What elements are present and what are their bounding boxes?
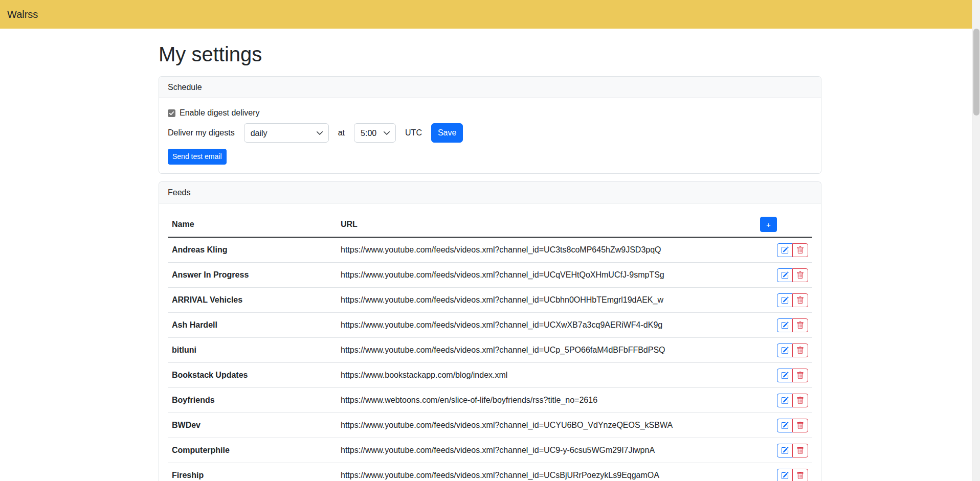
table-row: Andreas Kling https://www.youtube.com/fe… bbox=[168, 237, 812, 263]
edit-feed-button[interactable] bbox=[777, 293, 793, 307]
delete-feed-button[interactable] bbox=[792, 293, 808, 307]
feed-name: Fireship bbox=[168, 463, 337, 481]
delete-feed-button[interactable] bbox=[792, 419, 808, 432]
table-row: Computerphile https://www.youtube.com/fe… bbox=[168, 438, 812, 463]
brand-link[interactable]: Walrss bbox=[7, 7, 38, 22]
at-label: at bbox=[338, 127, 345, 139]
pencil-square-icon bbox=[781, 447, 789, 454]
table-row: Boyfriends https://www.webtoons.com/en/s… bbox=[168, 388, 812, 413]
trash-icon bbox=[796, 422, 804, 429]
feed-url: https://www.youtube.com/feeds/videos.xml… bbox=[337, 413, 756, 438]
schedule-card: Schedule Enable digest delivery Deliver … bbox=[159, 76, 821, 174]
delete-feed-button[interactable] bbox=[792, 369, 808, 382]
feed-name: Boyfriends bbox=[168, 388, 337, 413]
feed-actions bbox=[756, 237, 812, 263]
edit-feed-button[interactable] bbox=[777, 268, 793, 282]
feed-name: ARRIVAL Vehicles bbox=[168, 288, 337, 313]
feed-actions-group bbox=[777, 318, 808, 332]
feed-name: bitluni bbox=[168, 338, 337, 363]
feed-actions-group bbox=[777, 343, 808, 357]
scrollbar-track[interactable] bbox=[972, 0, 980, 481]
feeds-card-header: Feeds bbox=[159, 182, 821, 203]
trash-icon bbox=[796, 447, 804, 454]
pencil-square-icon bbox=[781, 322, 789, 329]
main-container: My settings Schedule Enable digest deliv… bbox=[159, 39, 821, 481]
enable-digest-row: Enable digest delivery bbox=[168, 107, 812, 119]
edit-feed-button[interactable] bbox=[777, 469, 793, 481]
enable-digest-label[interactable]: Enable digest delivery bbox=[180, 107, 260, 119]
feed-actions bbox=[756, 313, 812, 338]
table-row: BWDev https://www.youtube.com/feeds/vide… bbox=[168, 413, 812, 438]
delete-feed-button[interactable] bbox=[792, 469, 808, 481]
trash-icon bbox=[796, 271, 804, 279]
feed-url: https://www.youtube.com/feeds/videos.xml… bbox=[337, 237, 756, 263]
feed-actions bbox=[756, 388, 812, 413]
enable-digest-checkbox[interactable] bbox=[168, 109, 175, 117]
pencil-square-icon bbox=[781, 246, 789, 254]
table-row: Bookstack Updates https://www.bookstacka… bbox=[168, 363, 812, 388]
trash-icon bbox=[796, 296, 804, 304]
edit-feed-button[interactable] bbox=[777, 394, 793, 407]
trash-icon bbox=[796, 472, 804, 479]
feed-url: https://www.bookstackapp.com/blog/index.… bbox=[337, 363, 756, 388]
table-row: Ash Hardell https://www.youtube.com/feed… bbox=[168, 313, 812, 338]
delete-feed-button[interactable] bbox=[792, 444, 808, 457]
feeds-card-body: Name URL + Andreas Kling https://www.you… bbox=[159, 203, 821, 481]
deliver-label: Deliver my digests bbox=[168, 127, 235, 139]
feed-actions-group bbox=[777, 469, 808, 481]
top-navbar: Walrss bbox=[0, 0, 980, 29]
edit-feed-button[interactable] bbox=[777, 369, 793, 382]
table-row: Fireship https://www.youtube.com/feeds/v… bbox=[168, 463, 812, 481]
feed-actions-group bbox=[777, 268, 808, 282]
utc-label: UTC bbox=[405, 127, 422, 139]
time-select[interactable]: 5:00 bbox=[354, 123, 396, 143]
delete-feed-button[interactable] bbox=[792, 318, 808, 332]
schedule-controls-row: Deliver my digests daily at 5:00 bbox=[168, 123, 812, 143]
feed-actions-group bbox=[777, 444, 808, 457]
save-button[interactable]: Save bbox=[431, 123, 463, 143]
delete-feed-button[interactable] bbox=[792, 268, 808, 282]
frequency-select[interactable]: daily bbox=[244, 123, 329, 143]
feed-name: BWDev bbox=[168, 413, 337, 438]
feeds-card: Feeds Name URL + Andreas Kling https://w… bbox=[159, 181, 821, 481]
feed-actions bbox=[756, 338, 812, 363]
feed-actions bbox=[756, 263, 812, 288]
feeds-table-head: Name URL + bbox=[168, 212, 812, 237]
table-row: Answer In Progress https://www.youtube.c… bbox=[168, 263, 812, 288]
pencil-square-icon bbox=[781, 347, 789, 354]
edit-feed-button[interactable] bbox=[777, 318, 793, 332]
edit-feed-button[interactable] bbox=[777, 243, 793, 257]
trash-icon bbox=[796, 372, 804, 379]
edit-feed-button[interactable] bbox=[777, 343, 793, 357]
pencil-square-icon bbox=[781, 397, 789, 404]
table-row: bitluni https://www.youtube.com/feeds/vi… bbox=[168, 338, 812, 363]
feed-actions bbox=[756, 363, 812, 388]
feeds-table-body: Andreas Kling https://www.youtube.com/fe… bbox=[168, 237, 812, 481]
feed-actions-group bbox=[777, 394, 808, 407]
delete-feed-button[interactable] bbox=[792, 394, 808, 407]
feed-url: https://www.youtube.com/feeds/videos.xml… bbox=[337, 288, 756, 313]
feed-actions-group bbox=[777, 293, 808, 307]
feed-url: https://www.youtube.com/feeds/videos.xml… bbox=[337, 463, 756, 481]
trash-icon bbox=[796, 347, 804, 354]
trash-icon bbox=[796, 246, 804, 254]
feed-actions-group bbox=[777, 419, 808, 432]
scrollbar-thumb[interactable] bbox=[973, 29, 979, 116]
pencil-square-icon bbox=[781, 472, 789, 479]
trash-icon bbox=[796, 397, 804, 404]
feed-name: Bookstack Updates bbox=[168, 363, 337, 388]
column-header-url: URL bbox=[337, 212, 756, 237]
edit-feed-button[interactable] bbox=[777, 419, 793, 432]
trash-icon bbox=[796, 322, 804, 329]
feed-url: https://www.youtube.com/feeds/videos.xml… bbox=[337, 338, 756, 363]
schedule-card-body: Enable digest delivery Deliver my digest… bbox=[159, 98, 821, 173]
feed-url: https://www.webtoons.com/en/slice-of-lif… bbox=[337, 388, 756, 413]
feed-name: Andreas Kling bbox=[168, 237, 337, 263]
add-feed-button[interactable]: + bbox=[760, 217, 777, 232]
feeds-table: Name URL + Andreas Kling https://www.you… bbox=[168, 212, 812, 481]
delete-feed-button[interactable] bbox=[792, 343, 808, 357]
edit-feed-button[interactable] bbox=[777, 444, 793, 457]
delete-feed-button[interactable] bbox=[792, 243, 808, 257]
feed-name: Ash Hardell bbox=[168, 313, 337, 338]
send-test-email-button[interactable]: Send test email bbox=[168, 149, 227, 165]
